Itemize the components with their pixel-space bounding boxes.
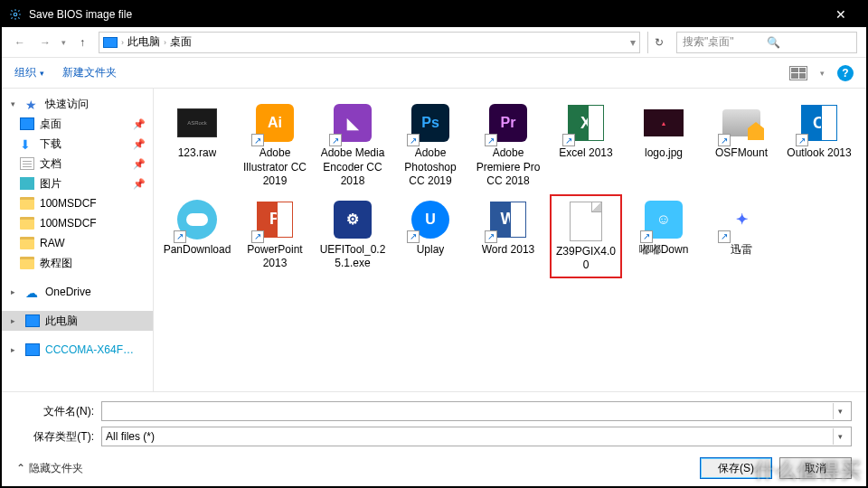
hide-folders-toggle[interactable]: ⌃隐藏文件夹 bbox=[16, 461, 83, 476]
chevron-right-icon: › bbox=[121, 38, 124, 47]
crumb-desktop[interactable]: 桌面 bbox=[170, 34, 192, 50]
close-button[interactable]: ✕ bbox=[823, 7, 859, 22]
sidebar-folder[interactable]: 教程图 bbox=[2, 253, 153, 273]
search-placeholder: 搜索"桌面" bbox=[683, 34, 767, 50]
shortcut-icon: ↗ bbox=[407, 134, 420, 146]
nav-toolbar: ← → ▾ ↑ › 此电脑 › 桌面 ▾ ↻ 搜索"桌面" 🔍 bbox=[2, 27, 866, 58]
file-list: ASRock123.raw Ai↗Adobe Illustrator CC 20… bbox=[154, 89, 866, 391]
sidebar-folder[interactable]: 100MSDCF bbox=[2, 213, 153, 233]
shortcut-icon: ↗ bbox=[485, 134, 497, 146]
up-button[interactable]: ↑ bbox=[73, 33, 91, 52]
file-item[interactable]: U↗Uplay bbox=[394, 194, 467, 278]
chevron-up-icon: ⌃ bbox=[16, 462, 25, 474]
refresh-button[interactable]: ↻ bbox=[647, 32, 669, 53]
sidebar-folder[interactable]: RAW bbox=[2, 233, 153, 253]
titlebar: Save BIOS image file ✕ bbox=[2, 2, 866, 27]
shortcut-icon: ↗ bbox=[562, 134, 575, 146]
svg-point-0 bbox=[14, 13, 17, 16]
file-item[interactable]: ↗OSFMount bbox=[705, 98, 778, 192]
sidebar-network[interactable]: ▸CCCOMA-X64F… bbox=[2, 340, 153, 360]
filetype-label: 保存类型(T): bbox=[16, 429, 94, 445]
pc-icon bbox=[103, 37, 118, 48]
save-form: 文件名(N): ▾ 保存类型(T): All files (*)▾ ⌃隐藏文件夹… bbox=[2, 391, 866, 486]
cancel-button[interactable]: 取消 bbox=[779, 457, 852, 479]
save-button[interactable]: 保存(S) bbox=[700, 457, 772, 479]
view-options[interactable] bbox=[789, 66, 807, 80]
file-item[interactable]: Pr↗Adobe Premiere Pro CC 2018 bbox=[472, 98, 544, 192]
shortcut-icon: ↗ bbox=[251, 134, 264, 146]
search-input[interactable]: 搜索"桌面" 🔍 bbox=[676, 32, 857, 53]
chevron-down-icon[interactable]: ▾ bbox=[820, 69, 825, 78]
command-bar: 组织 ▾ 新建文件夹 ▾ ? bbox=[2, 58, 866, 89]
image-icon: ▲ bbox=[644, 109, 684, 136]
shortcut-icon: ↗ bbox=[485, 230, 497, 243]
shortcut-icon: ↗ bbox=[718, 230, 731, 243]
chevron-down-icon[interactable]: ▾ bbox=[630, 36, 636, 49]
window-title: Save BIOS image file bbox=[29, 8, 823, 21]
file-item[interactable]: ✦↗迅雷 bbox=[705, 194, 778, 278]
chevron-down-icon[interactable]: ▾ bbox=[833, 428, 847, 445]
file-item[interactable]: O↗Outlook 2013 bbox=[783, 98, 855, 192]
shortcut-icon: ↗ bbox=[640, 230, 653, 243]
shortcut-icon: ↗ bbox=[251, 230, 264, 243]
file-item[interactable]: ◣↗Adobe Media Encoder CC 2018 bbox=[316, 98, 389, 192]
history-dropdown[interactable]: ▾ bbox=[61, 38, 66, 47]
file-item[interactable]: Ai↗Adobe Illustrator CC 2019 bbox=[239, 98, 311, 192]
file-item[interactable]: ☺↗嘟嘟Down bbox=[627, 194, 700, 278]
filename-input[interactable]: ▾ bbox=[101, 401, 852, 421]
shortcut-icon: ↗ bbox=[329, 134, 342, 146]
file-item[interactable]: Ps↗Adobe Photoshop CC 2019 bbox=[394, 98, 467, 192]
sidebar-folder[interactable]: 100MSDCF bbox=[2, 193, 153, 213]
file-item[interactable]: ASRock123.raw bbox=[161, 98, 233, 192]
file-item[interactable]: X↗Excel 2013 bbox=[550, 98, 622, 192]
address-bar[interactable]: › 此电脑 › 桌面 ▾ bbox=[99, 32, 640, 53]
file-item[interactable]: ▲logo.jpg bbox=[627, 98, 700, 192]
organize-menu[interactable]: 组织 ▾ bbox=[14, 65, 44, 80]
sidebar-quick-access[interactable]: ▾★快速访问 bbox=[2, 94, 153, 114]
sidebar-onedrive[interactable]: ▸☁OneDrive bbox=[2, 282, 153, 302]
sidebar-thispc[interactable]: ▸此电脑 bbox=[2, 311, 153, 331]
sidebar-desktop[interactable]: 桌面📌 bbox=[2, 114, 153, 134]
sidebar-pictures[interactable]: 图片📌 bbox=[2, 174, 153, 193]
filetype-select[interactable]: All files (*)▾ bbox=[101, 427, 852, 446]
uefi-icon: ⚙ bbox=[334, 201, 372, 239]
nav-sidebar: ▾★快速访问 桌面📌 ⬇下载📌 文档📌 图片📌 100MSDCF 100MSDC… bbox=[2, 89, 154, 391]
sidebar-downloads[interactable]: ⬇下载📌 bbox=[2, 134, 153, 154]
file-item[interactable]: P↗PowerPoint 2013 bbox=[239, 194, 311, 278]
gear-icon bbox=[9, 8, 22, 21]
crumb-thispc[interactable]: 此电脑 bbox=[127, 34, 160, 50]
back-button[interactable]: ← bbox=[11, 33, 29, 52]
help-button[interactable]: ? bbox=[837, 65, 854, 81]
disk-icon bbox=[722, 109, 760, 136]
new-folder-button[interactable]: 新建文件夹 bbox=[62, 65, 117, 80]
shortcut-icon: ↗ bbox=[407, 230, 420, 243]
file-item[interactable]: W↗Word 2013 bbox=[472, 194, 544, 278]
shortcut-icon: ↗ bbox=[174, 230, 186, 243]
file-icon: ASRock bbox=[177, 108, 217, 137]
file-item[interactable]: ↗PanDownload bbox=[161, 194, 233, 278]
chevron-right-icon: › bbox=[164, 38, 166, 47]
forward-button[interactable]: → bbox=[36, 33, 54, 52]
file-item-highlighted[interactable]: Z39PGIX4.00 bbox=[550, 194, 622, 278]
file-icon bbox=[570, 202, 602, 241]
filename-label: 文件名(N): bbox=[16, 404, 94, 419]
sidebar-documents[interactable]: 文档📌 bbox=[2, 154, 153, 174]
file-item[interactable]: ⚙UEFITool_0.25.1.exe bbox=[316, 194, 389, 278]
shortcut-icon: ↗ bbox=[796, 134, 808, 146]
shortcut-icon: ↗ bbox=[718, 134, 731, 146]
chevron-down-icon[interactable]: ▾ bbox=[833, 403, 847, 419]
search-icon[interactable]: 🔍 bbox=[767, 36, 851, 49]
